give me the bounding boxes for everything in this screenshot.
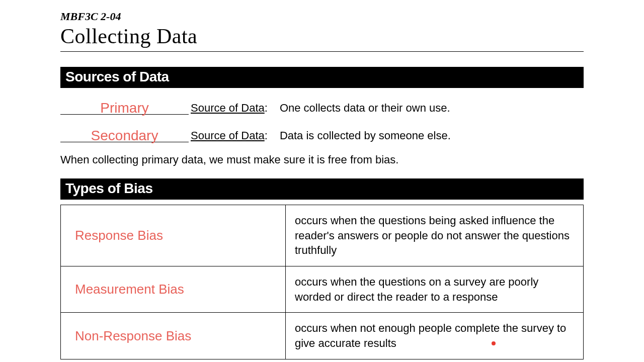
definition-description: One collects data or their own use.: [280, 102, 450, 115]
title-rule: [60, 51, 584, 52]
course-code: MBF3C 2-04: [60, 10, 584, 23]
bias-term: Response Bias: [61, 205, 286, 266]
colon: :: [265, 129, 268, 142]
definition-description: Data is collected by someone else.: [280, 129, 451, 142]
handwritten-answer: Primary: [100, 100, 148, 116]
colon: :: [265, 102, 268, 115]
table-row: Response Bias occurs when the questions …: [61, 205, 584, 266]
definition-label: Source of Data: [191, 129, 265, 142]
body-note: When collecting primary data, we must ma…: [60, 153, 584, 166]
bias-description: occurs when not enough people complete t…: [286, 313, 584, 359]
section-heading-bias: Types of Bias: [60, 178, 584, 200]
bias-table: Response Bias occurs when the questions …: [60, 205, 584, 359]
definition-label: Source of Data: [191, 102, 265, 115]
section-heading-sources: Sources of Data: [60, 67, 584, 88]
fill-in-blank: Secondary: [60, 126, 189, 142]
handwritten-answer: Secondary: [91, 128, 158, 143]
definition-row: Secondary Source of Data: Data is collec…: [60, 126, 584, 142]
bias-term: Measurement Bias: [61, 266, 286, 313]
definitions-block: Primary Source of Data: One collects dat…: [60, 98, 584, 142]
bias-term: Non-Response Bias: [61, 313, 286, 359]
table-row: Non-Response Bias occurs when not enough…: [61, 313, 584, 359]
laser-pointer-icon: [492, 341, 496, 345]
page-title: Collecting Data: [60, 24, 584, 48]
bias-description: occurs when the questions being asked in…: [286, 205, 584, 266]
table-row: Measurement Bias occurs when the questio…: [61, 266, 584, 313]
document-page: MBF3C 2-04 Collecting Data Sources of Da…: [0, 0, 644, 362]
bias-description: occurs when the questions on a survey ar…: [286, 266, 584, 313]
definition-row: Primary Source of Data: One collects dat…: [60, 98, 584, 115]
fill-in-blank: Primary: [60, 98, 189, 115]
